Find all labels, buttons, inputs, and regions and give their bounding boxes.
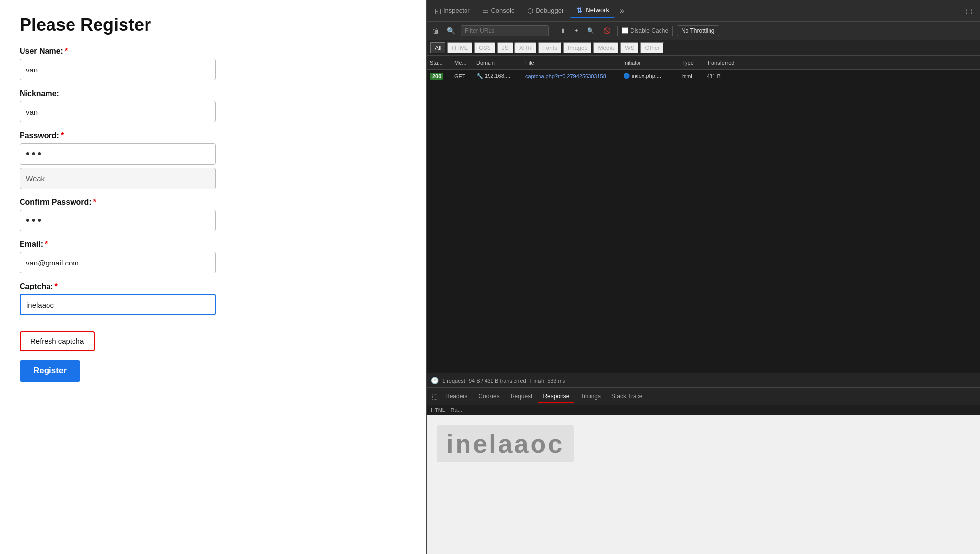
console-icon: ▭ bbox=[482, 7, 489, 15]
filter-media[interactable]: Media bbox=[593, 42, 619, 54]
page-title: Please Register bbox=[20, 15, 407, 35]
confirm-password-input[interactable] bbox=[20, 210, 216, 231]
row-transferred: 431 B bbox=[707, 73, 746, 79]
detail-html-label: HTML Ra... bbox=[427, 405, 980, 415]
header-file: File bbox=[525, 60, 623, 66]
response-content: inelaaoc bbox=[427, 415, 980, 554]
password-required: * bbox=[61, 131, 64, 140]
row-type: html bbox=[682, 73, 707, 79]
form-panel: Please Register User Name:* Nickname: Pa… bbox=[0, 0, 426, 554]
confirm-password-required: * bbox=[93, 198, 96, 206]
filter-css[interactable]: CSS bbox=[474, 42, 496, 54]
captcha-group: Captcha:* bbox=[20, 282, 407, 315]
header-domain: Domain bbox=[476, 60, 525, 66]
devtools-filter-toolbar: 🗑 🔍 ⏸ + 🔍 🚫 Disable Cache No Throttling bbox=[427, 22, 980, 40]
filter-all[interactable]: All bbox=[430, 42, 446, 54]
nickname-input[interactable] bbox=[20, 101, 216, 122]
tab-inspector-label: Inspector bbox=[443, 7, 469, 14]
email-input[interactable] bbox=[20, 252, 216, 273]
filter-ws[interactable]: WS bbox=[620, 42, 639, 54]
devtools-panel: ◱ Inspector ▭ Console ⬡ Debugger ⇅ Netwo… bbox=[426, 0, 980, 554]
header-transferred: Transferred bbox=[707, 60, 746, 66]
row-domain: 🔧 192.168.... bbox=[476, 73, 525, 79]
statusbar-transferred: 94 B / 431 B transferred bbox=[469, 378, 526, 384]
detail-raw-label: Ra... bbox=[451, 407, 462, 413]
username-label: User Name:* bbox=[20, 47, 407, 56]
toolbar-separator-1 bbox=[553, 26, 553, 36]
filter-xhr[interactable]: XHR bbox=[514, 42, 537, 54]
detail-tab-cookies[interactable]: Cookies bbox=[473, 391, 504, 403]
detail-tab-response[interactable]: Response bbox=[538, 391, 574, 403]
row-method: GET bbox=[454, 73, 476, 79]
email-label: Email:* bbox=[20, 240, 407, 249]
filter-html[interactable]: HTML bbox=[447, 42, 473, 54]
detail-tab-stacktrace[interactable]: Stack Trace bbox=[607, 391, 647, 403]
row-status: 200 bbox=[430, 73, 454, 79]
detail-tab-headers[interactable]: Headers bbox=[441, 391, 472, 403]
detail-tabs: ⬚ Headers Cookies Request Response Timin… bbox=[427, 388, 980, 405]
captcha-required: * bbox=[54, 282, 57, 290]
captcha-response-text: inelaaoc bbox=[437, 425, 574, 462]
block-icon[interactable]: 🚫 bbox=[600, 26, 613, 36]
captcha-input[interactable] bbox=[20, 294, 216, 315]
devtools-topbar: ◱ Inspector ▭ Console ⬡ Debugger ⇅ Netwo… bbox=[427, 0, 980, 22]
network-table-header: Sta... Me... Domain File Initiator Type … bbox=[427, 56, 980, 70]
toolbar-separator-3 bbox=[672, 26, 673, 36]
devtools-corner-icons: ⬚ bbox=[964, 5, 978, 17]
password-input[interactable] bbox=[20, 143, 216, 165]
tab-debugger[interactable]: ⬡ Debugger bbox=[521, 4, 569, 18]
tab-network[interactable]: ⇅ Network bbox=[570, 3, 615, 18]
clear-requests-icon[interactable]: 🗑 bbox=[430, 25, 441, 36]
email-group: Email:* bbox=[20, 240, 407, 273]
confirm-password-group: Confirm Password:* bbox=[20, 198, 407, 231]
add-icon[interactable]: + bbox=[572, 26, 581, 36]
network-icon: ⇅ bbox=[576, 6, 582, 14]
captcha-label: Captcha:* bbox=[20, 282, 407, 291]
header-initiator: Initiator bbox=[623, 60, 682, 66]
header-status: Sta... bbox=[430, 60, 454, 66]
search-icon[interactable]: 🔍 bbox=[584, 26, 597, 36]
statusbar-requests: 1 request bbox=[442, 378, 465, 384]
filter-types-bar: All HTML CSS JS XHR Fonts Images Media W… bbox=[427, 40, 980, 56]
filter-fonts[interactable]: Fonts bbox=[538, 42, 562, 54]
toolbar-separator-2 bbox=[617, 26, 618, 36]
nickname-group: Nickname: bbox=[20, 89, 407, 122]
username-required: * bbox=[65, 47, 68, 55]
filter-icon[interactable]: 🔍 bbox=[444, 25, 458, 36]
statusbar-finish: Finish: 533 ms bbox=[530, 378, 565, 384]
throttle-button[interactable]: No Throttling bbox=[677, 25, 719, 36]
password-label: Password:* bbox=[20, 131, 407, 140]
network-main-area bbox=[427, 83, 980, 373]
register-button[interactable]: Register bbox=[20, 360, 80, 382]
filter-other[interactable]: Other bbox=[640, 42, 664, 54]
disable-cache-label[interactable]: Disable Cache bbox=[622, 27, 668, 34]
tab-console[interactable]: ▭ Console bbox=[476, 4, 520, 18]
password-strength-indicator: Weak bbox=[20, 168, 216, 189]
header-method: Me... bbox=[454, 60, 476, 66]
filter-urls-input[interactable] bbox=[461, 25, 549, 36]
detail-close-icon[interactable]: ⬚ bbox=[430, 391, 440, 402]
tab-console-label: Console bbox=[491, 7, 514, 14]
filter-images[interactable]: Images bbox=[563, 42, 592, 54]
nickname-label: Nickname: bbox=[20, 89, 407, 98]
tab-debugger-label: Debugger bbox=[536, 7, 564, 14]
pause-recording-icon[interactable]: ⏸ bbox=[557, 26, 569, 36]
refresh-captcha-button[interactable]: Refresh captcha bbox=[20, 331, 95, 351]
statusbar-icon: 🕐 bbox=[431, 377, 439, 384]
filter-js[interactable]: JS bbox=[497, 42, 514, 54]
devtools-statusbar: 🕐 1 request 94 B / 431 B transferred Fin… bbox=[427, 373, 980, 387]
inspector-icon: ◱ bbox=[435, 7, 441, 15]
row-file: captcha.php?r=0.2794256303158 bbox=[525, 73, 623, 79]
confirm-password-label: Confirm Password:* bbox=[20, 198, 407, 207]
detail-tab-request[interactable]: Request bbox=[506, 391, 538, 403]
status-badge: 200 bbox=[430, 73, 443, 80]
username-group: User Name:* bbox=[20, 47, 407, 80]
username-input[interactable] bbox=[20, 59, 216, 80]
tab-more-button[interactable]: » bbox=[616, 4, 628, 17]
detail-tab-timings[interactable]: Timings bbox=[575, 391, 606, 403]
network-row[interactable]: 200 GET 🔧 192.168.... captcha.php?r=0.27… bbox=[427, 70, 980, 83]
tab-inspector[interactable]: ◱ Inspector bbox=[429, 4, 475, 18]
dock-icon[interactable]: ⬚ bbox=[964, 5, 974, 17]
disable-cache-checkbox[interactable] bbox=[622, 27, 628, 34]
email-required: * bbox=[45, 240, 48, 248]
